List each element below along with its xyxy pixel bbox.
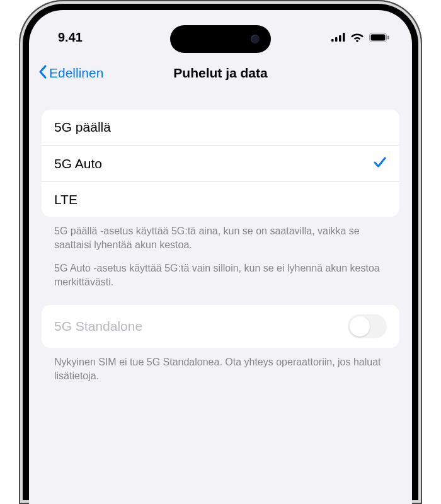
screen: 9.41 Edellinen Puhelut ja data xyxy=(29,10,412,504)
standalone-footer: Nykyinen SIM ei tue 5G Standalonea. Ota … xyxy=(42,348,399,382)
wifi-icon xyxy=(350,32,364,42)
footer-text-1: 5G päällä -asetus käyttää 5G:tä aina, ku… xyxy=(42,217,399,251)
option-label: 5G Auto xyxy=(54,156,102,171)
content-area: 5G päällä 5G Auto LTE 5G päällä -asetus … xyxy=(29,91,412,383)
back-button[interactable]: Edellinen xyxy=(39,64,103,83)
svg-rect-3 xyxy=(343,33,345,42)
svg-rect-7 xyxy=(387,35,389,39)
standalone-group: 5G Standalone xyxy=(42,305,399,348)
standalone-toggle xyxy=(348,314,387,338)
checkmark-icon xyxy=(373,155,387,172)
toggle-knob xyxy=(350,316,370,336)
option-5g-auto[interactable]: 5G Auto xyxy=(42,145,399,181)
status-time: 9.41 xyxy=(58,30,121,45)
svg-rect-2 xyxy=(339,35,341,42)
front-camera xyxy=(251,35,260,43)
option-lte[interactable]: LTE xyxy=(42,181,399,217)
device-frame: 9.41 Edellinen Puhelut ja data xyxy=(19,0,422,504)
standalone-label: 5G Standalone xyxy=(54,319,142,334)
standalone-row: 5G Standalone xyxy=(42,305,399,348)
svg-point-4 xyxy=(356,40,358,42)
dynamic-island xyxy=(170,25,271,53)
option-label: 5G päällä xyxy=(54,120,111,135)
page-title: Puhelut ja data xyxy=(173,66,267,81)
voice-data-options-group: 5G päällä 5G Auto LTE xyxy=(42,110,399,217)
option-label: LTE xyxy=(54,192,77,207)
svg-rect-1 xyxy=(335,37,338,42)
status-indicators xyxy=(331,32,389,42)
chevron-left-icon xyxy=(38,64,48,83)
svg-rect-0 xyxy=(331,39,334,42)
svg-rect-6 xyxy=(371,34,386,40)
nav-bar: Edellinen Puhelut ja data xyxy=(29,55,412,91)
footer-text-2: 5G Auto -asetus käyttää 5G:tä vain sillo… xyxy=(42,251,399,289)
cellular-signal-icon xyxy=(331,33,345,42)
battery-icon xyxy=(369,33,389,42)
back-label: Edellinen xyxy=(49,66,103,81)
option-5g-on[interactable]: 5G päällä xyxy=(42,110,399,145)
